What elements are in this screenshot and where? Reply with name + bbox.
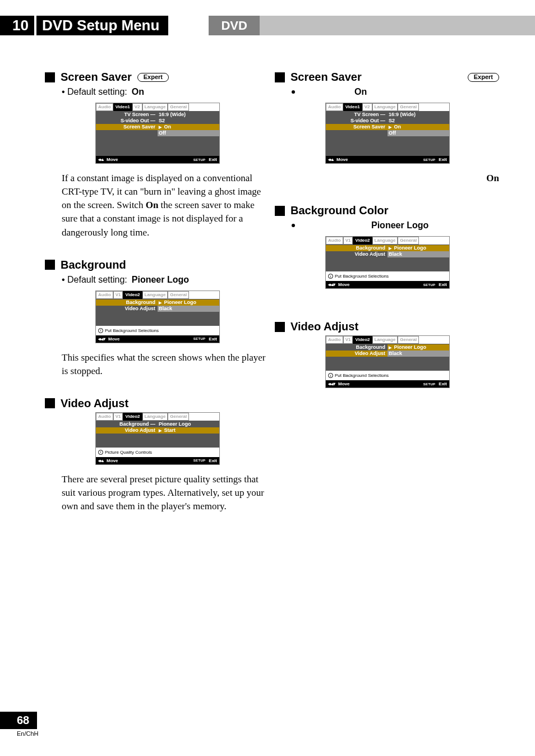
section-marker-icon: [45, 398, 55, 408]
section-marker-icon: [275, 322, 285, 332]
section-screen-saver-right: Screen Saver Expert On AudioVideo1V2Lang…: [275, 71, 499, 185]
osd-row-value: 16:9 (Wide): [388, 112, 449, 118]
osd-tab: Language: [372, 336, 398, 344]
section-background-right: Background Color Pioneer Logo AudioV1Vid…: [275, 204, 499, 289]
section-title: Screen Saver: [290, 71, 362, 84]
osd-foot-move: Move: [338, 282, 349, 287]
section-video-adjust-left: Video Adjust AudioV1Video2LanguageGenera…: [45, 397, 269, 513]
osd-row-label: Screen Saver: [326, 124, 388, 130]
osd-row-label: [96, 130, 158, 136]
left-column: Screen Saver Expert • Default setting: O…: [45, 71, 269, 532]
osd-row-label: [326, 130, 388, 136]
body-background-left: This specifies what the screen shows whe…: [62, 351, 269, 378]
osd-note: iPut Background Selections: [96, 326, 219, 335]
section-marker-icon: [275, 72, 285, 82]
osd-tab: V2: [132, 103, 142, 111]
header-dvd-tag: DVD: [209, 16, 259, 35]
info-icon: i: [98, 328, 103, 333]
osd-tab: Language: [372, 237, 398, 245]
osd-foot-exit: Exit: [439, 381, 447, 386]
osd-foot-move: Move: [107, 458, 118, 463]
osd-tab: General: [398, 336, 419, 344]
osd-foot-setup: SETUP: [423, 158, 436, 162]
chapter-number: 10: [0, 16, 34, 35]
osd-row-value: Black: [388, 251, 449, 257]
osd-row-value: Black: [158, 306, 219, 312]
default-label: • Default setting:: [62, 275, 127, 285]
default-value: Pioneer Logo: [132, 275, 189, 285]
osd-note: iPut Background Selections: [326, 271, 449, 281]
section-title: Screen Saver: [61, 71, 132, 84]
osd-row-label: TV Screen —: [96, 112, 158, 118]
info-icon: i: [98, 450, 103, 455]
osd-tab: Video1: [113, 103, 132, 111]
osd-tab: General: [398, 237, 419, 245]
arrows-icon: ◂▸▴: [98, 157, 103, 162]
osd-tab: General: [398, 103, 419, 111]
osd-tab: Video2: [353, 237, 372, 245]
osd-background-right: AudioV1Video2LanguageGeneralBackground▶ …: [325, 236, 450, 289]
osd-foot-exit: Exit: [439, 282, 447, 287]
section-screen-saver-left: Screen Saver Expert • Default setting: O…: [45, 71, 269, 239]
section-title: Background: [61, 259, 126, 271]
osd-row-label: S-video Out —: [326, 118, 388, 124]
arrows-icon: ◂▸▴: [328, 157, 333, 162]
osd-foot-exit: Exit: [439, 157, 447, 162]
osd-row-value: Pioneer Logo: [158, 421, 219, 427]
osd-footer: ◂▸▴MoveSETUPExit: [326, 156, 449, 163]
osd-footer: ◂▸▴MoveSETUPExit: [96, 156, 219, 163]
osd-row-label: Background: [326, 245, 388, 251]
section-title: Video Adjust: [61, 397, 128, 410]
osd-background-left: AudioV1Video2LanguageGeneralBackground▶ …: [95, 291, 220, 343]
section-title: Background Color: [290, 204, 388, 217]
osd-note: iPut Background Selections: [326, 371, 449, 380]
section-marker-icon: [275, 206, 285, 216]
info-icon: i: [328, 274, 333, 279]
osd-foot-setup: SETUP: [193, 459, 206, 462]
osd-foot-setup: SETUP: [193, 158, 206, 162]
osd-row-label: Video Adjust: [326, 251, 388, 257]
default-value: On: [132, 87, 144, 97]
page-number: 68: [0, 712, 37, 729]
osd-tab: Language: [142, 103, 168, 111]
arrows-icon: ◂▸▴▾: [328, 381, 335, 386]
osd-tab: General: [168, 413, 189, 421]
expert-badge: Expert: [468, 73, 499, 82]
osd-tab: Video2: [123, 291, 142, 299]
osd-foot-move: Move: [107, 157, 118, 162]
osd-row-label: Video Adjust: [96, 306, 158, 312]
section-marker-icon: [45, 72, 55, 82]
bullet-icon: [292, 224, 295, 227]
osd-row-label: Background: [96, 299, 158, 306]
osd-tab: Video1: [343, 103, 362, 111]
osd-video-adjust-right: AudioV1Video2LanguageGeneralBackground▶ …: [325, 335, 450, 388]
osd-tab: Audio: [96, 413, 113, 421]
osd-footer: ◂▸▴▾MoveSETUPExit: [326, 380, 449, 388]
default-value: On: [354, 87, 367, 97]
osd-tab: V1: [113, 291, 123, 299]
osd-row-value: ▶ Start: [158, 427, 219, 434]
header-tail: [260, 16, 535, 35]
body-screen-saver-right: On: [292, 172, 499, 185]
osd-foot-exit: Exit: [209, 336, 217, 342]
osd-row-value: S2: [158, 118, 219, 124]
bullet-icon: [292, 90, 295, 94]
osd-tab: Audio: [96, 103, 113, 111]
osd-row-label: Background: [326, 344, 388, 351]
osd-foot-move: Move: [108, 336, 119, 342]
section-marker-icon: [45, 260, 55, 270]
osd-foot-setup: SETUP: [423, 283, 436, 287]
page-header: 10 DVD Setup Menu DVD: [0, 16, 535, 35]
osd-row-value: Black: [388, 351, 449, 357]
osd-foot-move: Move: [338, 381, 349, 386]
osd-row-label: Video Adjust: [326, 351, 388, 357]
osd-tab: Audio: [326, 103, 343, 111]
osd-row-value: ▶ On: [388, 124, 449, 130]
body-video-adjust-left: There are several preset picture quality…: [62, 473, 269, 513]
osd-screen-saver-left: AudioVideo1V2LanguageGeneralTV Screen — …: [95, 103, 220, 164]
osd-row-value: ▶ Pioneer Logo: [158, 299, 219, 306]
osd-foot-setup: SETUP: [423, 382, 436, 386]
osd-row-label: S-video Out —: [96, 118, 158, 124]
osd-tab: Audio: [326, 336, 343, 344]
arrows-icon: ◂▸▴▾: [328, 282, 335, 287]
